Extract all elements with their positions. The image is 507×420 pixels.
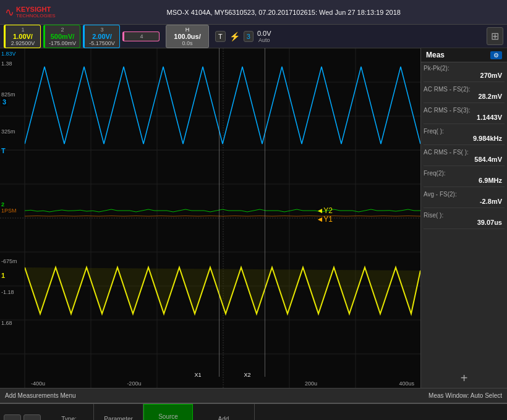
meas-title: Meas [426,51,445,59]
meas-item-value: 28.2mV [424,93,505,100]
meas-item-value: 270mV [424,72,505,79]
meas-header: Meas ⚙ [421,48,507,62]
v-label-1psm: 1PSM [1,208,17,214]
meas-item-name: Avg - FS(2): [424,191,505,198]
status-right: Meas Window: Auto Select [428,392,502,399]
channel-row: 1 1.00V/ 2.92500V 2 500mV/ -175.00mV 3 2… [0,25,507,48]
horizontal-button[interactable]: H 100.0us/ 0.0s [166,25,209,48]
trigger-icon: ⚡ [229,32,240,41]
meas-item-name: Pk-Pk(2): [424,65,505,72]
v-label-top: 1.83V [1,51,16,57]
meas-item: AC RMS - FS(3): 1.1443V [424,107,505,124]
ch3-T-label: T [1,147,6,154]
v-label-118: -1.18 [1,289,14,295]
main-content: 1.83V 1.38 825m 325m 2 1PSM -675m -1.18 … [0,48,507,388]
meas-list: Pk-Pk(2): 270mV AC RMS - FS(2): 28.2mV A… [421,62,507,369]
v-label-2: 1.38 [1,61,12,67]
v-label-675: -675m [1,258,17,264]
ch3-label: 3 [101,27,104,33]
meas-item-name: AC RMS - FS(2): [424,86,505,93]
meas-item-name: Freq(2): [424,170,505,177]
trigger-label[interactable]: T [215,31,226,42]
meas-item-value: 584.4mV [424,156,505,163]
type-label: Type: [61,416,76,421]
ch1-volts: 1.00V/ [13,33,33,40]
ch4-button[interactable]: 4 [122,32,160,41]
param-label: Parameter [104,416,133,421]
meas-item-name: Rise( ): [424,212,505,219]
h-label: H [185,27,190,33]
meas-item-name: AC RMS - FS(3): [424,107,505,114]
ch1-button[interactable]: 1 1.00V/ 2.92500V [4,25,41,48]
meas-item-value: 1.1443V [424,114,505,121]
ch3-label-indicator: 3 [1,98,7,106]
h-offset: 0.0s [182,40,193,46]
trigger-voltage: 0.0V [257,30,271,37]
meas-item-value: 6.9MHz [424,177,505,184]
ch3-volts: 2.00V/ [92,33,112,40]
meas-item: Rise( ): 39.07us [424,212,505,229]
v-label-3: 825m [1,91,15,98]
top-bar: ∿ KEYSIGHT TECHNOLOGIES MSO-X 4104A, MY5… [0,0,507,25]
ch1-label: 1 [21,27,24,33]
scope-title: MSO-X 4104A, MY56310523, 07.20.201710261… [66,9,502,16]
meas-item: AC RMS - FS(2): 28.2mV [424,86,505,103]
logo: ∿ KEYSIGHT TECHNOLOGIES [5,6,56,19]
ch1-label-indicator: 1 [1,272,5,279]
ch2-volts: 500mV/ [51,33,75,40]
cursor-x1-line [219,48,219,377]
x-label-2: -200u [127,380,141,387]
trigger-channel[interactable]: 3 [244,31,254,42]
v-label-4: 325m [1,128,15,135]
meas-item: Freq(2): 6.9MHz [424,170,505,187]
logo-wave: ∿ [5,6,14,19]
x-label-1: -400u [31,380,45,387]
add-meas-label-top: Add [218,416,229,421]
meas-add-button[interactable]: + [421,369,507,388]
v-label-168: 1.68 [1,320,12,326]
ch2-label: 2 [61,27,64,33]
ch3-button[interactable]: 3 2.00V/ -5.17500V [83,25,120,48]
waveform-ch3 [25,48,420,345]
source-section[interactable]: Source 1 [143,404,193,420]
ch4-label: 4 [140,33,143,40]
ch2-offset: -175.00mV [49,40,76,46]
measurement-panel: Meas ⚙ Pk-Pk(2): 270mV AC RMS - FS(2): 2… [420,48,507,388]
display-button[interactable]: ⊞ [487,27,503,45]
ch2-button[interactable]: 2 500mV/ -175.00mV [43,25,80,48]
bottom-menu: ← ↺ Type: Rise Parameter Source Source 1… [0,403,507,420]
logo-sub: TECHNOLOGIES [16,13,56,19]
nav-area: ← ↺ [0,404,45,420]
h-timebase: 100.0us/ [174,33,200,40]
meas-item-value: 9.984kHz [424,135,505,142]
status-bar: Add Measurements Menu Meas Window: Auto … [0,388,507,403]
x-label-3: 200u [305,380,317,387]
cursor-x2-label: X2 [244,372,250,378]
meas-item: AC RMS - FS( ): 584.4mV [424,149,505,166]
add-measurement-section[interactable]: Add Measurement [193,404,255,420]
nav-back-button[interactable]: ← [4,414,21,420]
status-left: Add Measurements Menu [5,392,76,399]
meas-item-name: AC RMS - FS( ): [424,149,505,156]
cursor-x1-label: X1 [194,372,201,378]
ch3-offset: -5.17500V [89,40,115,46]
meas-config-btn[interactable]: ⚙ [490,51,502,59]
meas-item-name: Freq( ): [424,128,505,135]
ch2-indicator: 2 [1,201,4,208]
nav-redo-button[interactable]: ↺ [23,414,41,420]
meas-item: Pk-Pk(2): 270mV [424,65,505,82]
scope-display: 1.83V 1.38 825m 325m 2 1PSM -675m -1.18 … [0,48,420,388]
trigger-arrow-y1: ◄Y1 [316,215,333,224]
param-source-section[interactable]: Parameter Source [94,404,143,420]
meas-item-value: -2.8mV [424,198,505,205]
trigger-info: 0.0V Auto [257,30,271,43]
type-section[interactable]: Type: Rise [45,404,94,420]
x-label-4: 400us [399,380,414,387]
trigger-mode: Auto [258,37,270,43]
logo-text: KEYSIGHT [16,6,56,13]
meas-item: Freq( ): 9.984kHz [424,128,505,145]
cursor-x2-line [265,48,265,377]
meas-item: Avg - FS(2): -2.8mV [424,191,505,208]
trigger-area: T ⚡ 3 0.0V Auto [215,30,271,43]
source-label: Source [158,413,178,420]
